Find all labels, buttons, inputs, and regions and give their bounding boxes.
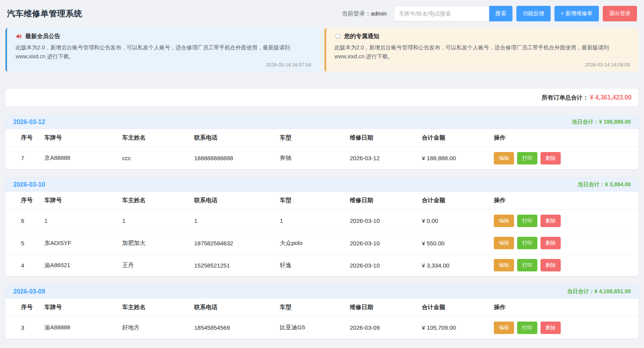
edit-button[interactable]: 编辑 bbox=[494, 259, 514, 271]
table-row: 6 1 1 1 1 2026-03-10 ¥ 0.00 编辑 打印 删除 bbox=[5, 210, 639, 232]
daily-total: 当日合计：¥ 4,168,651.00 bbox=[567, 288, 631, 295]
current-user: admin bbox=[371, 10, 387, 17]
column-header: 序号 bbox=[21, 197, 44, 204]
orders-table: 序号车牌号车主姓名联系电话车型维修日期合计金额操作 6 1 1 1 1 2026… bbox=[5, 192, 639, 276]
table-row: 5 东ADISYF 加肥加大 187582584632 大众polo 2026-… bbox=[5, 232, 639, 254]
column-header: 维修日期 bbox=[350, 197, 422, 204]
grand-total-label: 所有订单总合计： bbox=[542, 94, 588, 101]
group-date: 2026-03-10 bbox=[13, 181, 45, 188]
orders-table: 序号车牌号车主姓名联系电话车型维修日期合计金额操作 7 京A88888 ccc … bbox=[5, 129, 639, 169]
daily-total-amount: ¥ 188,888.00 bbox=[599, 119, 631, 125]
table-row: 3 渝A88888 好地方 18545854569 比亚迪G5 2026-03-… bbox=[5, 317, 639, 339]
group-date: 2026-03-12 bbox=[13, 119, 45, 126]
column-header: 合计金额 bbox=[422, 304, 494, 311]
column-header: 操作 bbox=[494, 304, 629, 311]
cell-plate: 京A88888 bbox=[44, 154, 122, 162]
cell-phone: 1 bbox=[194, 217, 280, 224]
current-login-label: 当前登录： bbox=[342, 10, 371, 17]
delete-button[interactable]: 删除 bbox=[540, 322, 561, 334]
cell-owner-name: 王丹 bbox=[122, 262, 194, 269]
delete-button[interactable]: 删除 bbox=[540, 237, 561, 249]
delete-button[interactable]: 删除 bbox=[540, 152, 561, 164]
cell-car-model: 奔驰 bbox=[280, 154, 350, 162]
table-header-row: 序号车牌号车主姓名联系电话车型维修日期合计金额操作 bbox=[5, 129, 639, 147]
cell-repair-date: 2026-03-10 bbox=[350, 262, 422, 269]
edit-button[interactable]: 编辑 bbox=[494, 237, 514, 249]
cell-amount: ¥ 3,334.00 bbox=[422, 262, 494, 269]
cell-order-no: 7 bbox=[21, 155, 44, 161]
cell-owner-name: 好地方 bbox=[122, 324, 194, 331]
personal-notice-body: 此版本为2.0，新增后台账号管理和公告发布，可以私发个人账号，适合修理厂员工带手… bbox=[335, 43, 630, 61]
cell-car-model: 大众polo bbox=[280, 240, 350, 247]
cell-phone: 187582584632 bbox=[194, 240, 280, 247]
column-header: 维修日期 bbox=[350, 134, 422, 142]
column-header: 联系电话 bbox=[194, 304, 280, 311]
daily-total-label: 当日合计： bbox=[567, 288, 595, 294]
print-button[interactable]: 打印 bbox=[517, 322, 537, 334]
order-group: 2026-03-09 当日合计：¥ 4,168,651.00 序号车牌号车主姓名… bbox=[5, 285, 639, 339]
column-header: 联系电话 bbox=[194, 197, 280, 204]
cell-amount: ¥ 188,888.00 bbox=[422, 155, 494, 161]
cell-owner-name: 1 bbox=[122, 217, 194, 224]
cell-car-model: 轩逸 bbox=[280, 262, 350, 269]
cell-amount: ¥ 550.00 bbox=[422, 240, 494, 247]
print-button[interactable]: 打印 bbox=[517, 237, 537, 249]
cell-car-model: 1 bbox=[280, 217, 350, 224]
cell-order-no: 4 bbox=[21, 262, 44, 269]
row-actions: 编辑 打印 删除 bbox=[494, 259, 629, 271]
table-header-row: 序号车牌号车主姓名联系电话车型维修日期合计金额操作 bbox=[5, 192, 639, 210]
column-header: 车牌号 bbox=[44, 304, 122, 311]
column-header: 车主姓名 bbox=[122, 134, 194, 142]
daily-total-label: 当日合计： bbox=[578, 181, 605, 187]
top-bar-controls: 当前登录：admin 搜索 功能反馈 + 新增维修单 退出登录 bbox=[342, 6, 637, 21]
megaphone-icon bbox=[16, 33, 22, 40]
column-header: 序号 bbox=[21, 304, 44, 311]
column-header: 车主姓名 bbox=[122, 197, 194, 204]
logout-button[interactable]: 退出登录 bbox=[603, 6, 637, 21]
page: 汽车维修单管理系统 当前登录：admin 搜索 功能反馈 + 新增维修单 退出登… bbox=[0, 0, 644, 339]
order-groups: 2026-03-12 当日合计：¥ 188,888.00 序号车牌号车主姓名联系… bbox=[5, 115, 639, 339]
announcement-title: 最新全员公告 bbox=[25, 33, 60, 40]
column-header: 合计金额 bbox=[422, 197, 494, 204]
column-header: 联系电话 bbox=[194, 134, 280, 142]
cell-order-no: 3 bbox=[21, 324, 44, 331]
cell-plate: 渝A88888 bbox=[44, 324, 122, 331]
search-group: 搜索 bbox=[394, 6, 512, 21]
feedback-button[interactable]: 功能反馈 bbox=[516, 6, 551, 21]
group-date: 2026-03-09 bbox=[13, 288, 45, 295]
grand-total-amount: ¥ 4,361,423.00 bbox=[590, 94, 632, 101]
cell-plate: 渝A86521 bbox=[44, 262, 122, 269]
print-button[interactable]: 打印 bbox=[517, 215, 537, 227]
table-body: 3 渝A88888 好地方 18545854569 比亚迪G5 2026-03-… bbox=[5, 317, 639, 339]
edit-button[interactable]: 编辑 bbox=[494, 152, 514, 164]
column-header: 序号 bbox=[21, 134, 44, 142]
speech-bubble-icon bbox=[335, 33, 341, 40]
cell-car-model: 比亚迪G5 bbox=[280, 324, 350, 331]
table-body: 6 1 1 1 1 2026-03-10 ¥ 0.00 编辑 打印 删除 5 东… bbox=[5, 210, 639, 276]
search-button[interactable]: 搜索 bbox=[489, 6, 512, 21]
cell-repair-date: 2026-03-12 bbox=[350, 155, 422, 161]
print-button[interactable]: 打印 bbox=[517, 152, 537, 164]
print-button[interactable]: 打印 bbox=[517, 259, 537, 271]
order-group: 2026-03-10 当日合计：¥ 3,884.00 序号车牌号车主姓名联系电话… bbox=[5, 178, 639, 276]
page-title: 汽车维修单管理系统 bbox=[7, 8, 82, 19]
search-input[interactable] bbox=[394, 6, 489, 21]
group-header: 2026-03-09 当日合计：¥ 4,168,651.00 bbox=[5, 285, 639, 299]
cell-plate: 东ADISYF bbox=[44, 240, 122, 247]
add-order-button[interactable]: + 新增维修单 bbox=[555, 6, 599, 21]
group-header: 2026-03-10 当日合计：¥ 3,884.00 bbox=[5, 178, 639, 192]
daily-total-amount: ¥ 3,884.00 bbox=[605, 181, 631, 187]
cell-owner-name: ccc bbox=[122, 155, 194, 161]
edit-button[interactable]: 编辑 bbox=[494, 215, 514, 227]
personal-notice-timestamp: 2026-03-14 16:08:09 bbox=[335, 62, 630, 68]
edit-button[interactable]: 编辑 bbox=[494, 322, 514, 334]
table-header-row: 序号车牌号车主姓名联系电话车型维修日期合计金额操作 bbox=[5, 299, 639, 317]
table-row: 7 京A88888 ccc 188888888888 奔驰 2026-03-12… bbox=[5, 147, 639, 169]
grand-total-card: 所有订单总合计： ¥ 4,361,423.00 bbox=[5, 89, 639, 107]
cell-repair-date: 2026-03-09 bbox=[350, 324, 422, 331]
column-header: 车主姓名 bbox=[122, 304, 194, 311]
column-header: 车型 bbox=[280, 134, 350, 142]
delete-button[interactable]: 删除 bbox=[540, 259, 561, 271]
delete-button[interactable]: 删除 bbox=[540, 215, 561, 227]
top-bar: 汽车维修单管理系统 当前登录：admin 搜索 功能反馈 + 新增维修单 退出登… bbox=[5, 0, 639, 27]
